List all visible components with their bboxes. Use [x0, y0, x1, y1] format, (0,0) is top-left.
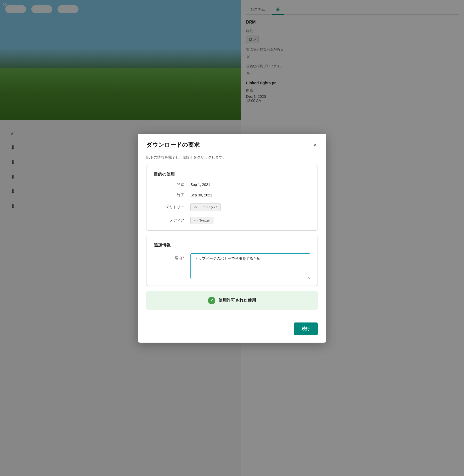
modal-title: ダウンロードの要求 — [146, 141, 200, 149]
media-value: Twitter — [199, 218, 210, 223]
end-label: 終了 — [154, 193, 190, 197]
purpose-title: 目的の使用 — [154, 172, 310, 177]
media-label: メディア — [154, 218, 190, 223]
start-value: Sep 1, 2021 — [190, 183, 210, 187]
modal-overlay: ダウンロードの要求 × 以下の情報を完了し、[続行] をクリックします。 目的の… — [0, 0, 464, 476]
status-text: 使用許可された使用 — [218, 298, 256, 303]
territory-field-row: テリトリー <> ヨーロッパ — [154, 203, 310, 211]
reason-label: 理由* — [154, 253, 190, 260]
media-code-icon: <> — [194, 219, 197, 222]
additional-section: 追加情報 理由* トップページのバナーで利用をするため — [146, 236, 318, 286]
modal-body: 以下の情報を完了し、[続行] をクリックします。 目的の使用 開始 Sep 1,… — [138, 153, 326, 322]
check-icon: ✓ — [208, 297, 215, 304]
territory-label: テリトリー — [154, 205, 190, 209]
start-label: 開始 — [154, 182, 190, 187]
territory-code-icon: <> — [194, 205, 197, 209]
modal-close-button[interactable]: × — [312, 141, 318, 149]
end-field-row: 終了 Sep 30, 2021 — [154, 193, 310, 197]
status-banner: ✓ 使用許可された使用 — [146, 291, 318, 310]
media-field-row: メディア <> Twitter — [154, 217, 310, 224]
reason-textarea[interactable]: トップページのバナーで利用をするため — [190, 253, 310, 279]
media-tag: <> Twitter — [190, 217, 213, 224]
modal-subtitle: 以下の情報を完了し、[続行] をクリックします。 — [146, 155, 318, 160]
end-value: Sep 30, 2021 — [190, 193, 212, 197]
reason-field-row: 理由* トップページのバナーで利用をするため — [154, 253, 310, 279]
required-star: * — [183, 256, 184, 260]
purpose-section: 目的の使用 開始 Sep 1, 2021 終了 Sep 30, 2021 テリト… — [146, 165, 318, 231]
additional-title: 追加情報 — [154, 242, 310, 248]
territory-value: ヨーロッパ — [199, 205, 217, 209]
continue-button[interactable]: 続行 — [294, 322, 318, 335]
modal-footer: 続行 — [138, 322, 326, 343]
territory-tag: <> ヨーロッパ — [190, 203, 221, 211]
modal-header: ダウンロードの要求 × — [138, 134, 326, 153]
start-field-row: 開始 Sep 1, 2021 — [154, 182, 310, 187]
download-request-modal: ダウンロードの要求 × 以下の情報を完了し、[続行] をクリックします。 目的の… — [138, 134, 326, 343]
